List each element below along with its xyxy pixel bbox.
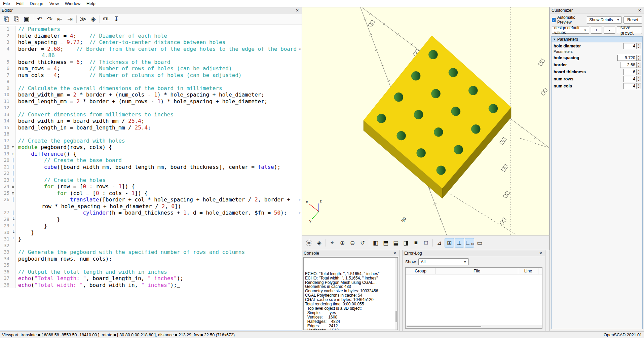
fold-marker[interactable]: ⊟ <box>11 144 16 151</box>
spin-up-icon[interactable]: ▲ <box>637 43 641 46</box>
render-button[interactable]: ◈ <box>314 238 324 248</box>
parameters-group-header[interactable]: ▼ Parameters <box>552 37 642 42</box>
fold-marker[interactable]: ⊟ <box>11 190 16 197</box>
render-button[interactable]: ◈ <box>88 14 98 24</box>
console-title-bar: Console ✕ <box>302 250 399 256</box>
close-icon[interactable]: ✕ <box>637 8 642 13</box>
show-scale-markers-button[interactable]: ∟10 <box>465 238 474 248</box>
close-icon[interactable]: ✕ <box>392 251 397 256</box>
save-preset-button[interactable]: save preset <box>617 26 642 34</box>
parameter-spinbox-num-cols[interactable]: 4▲▼ <box>623 83 641 89</box>
new-file-button[interactable]: ⎗ <box>1 14 11 24</box>
code-text: board_width_in = board_width_mm / 25.4; <box>16 118 302 124</box>
preview-button[interactable]: ≫ <box>304 238 314 248</box>
spinner-arrows[interactable]: ▲▼ <box>636 55 641 61</box>
reset-view-button[interactable]: ↺ <box>358 238 367 248</box>
spinner-arrows[interactable]: ▲▼ <box>636 43 641 49</box>
parameter-value[interactable]: 2.68 <box>620 62 636 68</box>
redo-button[interactable]: ↷ <box>45 14 55 24</box>
3d-viewport[interactable]: 50xzy <box>302 7 550 235</box>
view-top-button[interactable]: ⬒ <box>381 238 390 248</box>
save-button[interactable]: ▣ <box>22 14 32 24</box>
view-front-button[interactable]: ■ <box>411 238 421 248</box>
zoom-out-button[interactable]: ⊖ <box>348 238 357 248</box>
viewport-toolbar: ≫◈⌖⊕⊖↺◧⬒⬓◨■□⊿⊞⊥∟10▭ <box>302 235 550 250</box>
parameter-value[interactable]: 4 <box>624 43 636 49</box>
reset-button[interactable]: Reset <box>623 16 642 24</box>
scrollbar-thumb[interactable] <box>395 311 397 322</box>
menu-window[interactable]: Window <box>62 0 83 7</box>
spin-down-icon[interactable]: ▼ <box>637 58 641 61</box>
spin-down-icon[interactable]: ▼ <box>637 65 641 68</box>
view-all-button[interactable]: ▭ <box>475 238 484 248</box>
view-bottom-button[interactable]: ⬓ <box>391 238 401 248</box>
spin-down-icon[interactable]: ▼ <box>637 46 641 49</box>
parameter-spinbox-num-rows[interactable]: 4▲▼ <box>623 76 641 82</box>
fold-marker[interactable]: ⊟ <box>11 183 16 190</box>
spinner-arrows[interactable]: ▲▼ <box>636 62 641 68</box>
spin-up-icon[interactable]: ▲ <box>637 76 641 79</box>
console-line: Vertices: 1608 <box>305 315 397 320</box>
scrollbar-thumb[interactable] <box>407 326 481 327</box>
zoom-all-button[interactable]: ⌖ <box>328 238 337 248</box>
parameter-spinbox-hole-diameter[interactable]: 4▲▼ <box>623 43 641 49</box>
perspective-button[interactable]: ⊿ <box>434 238 444 248</box>
preview-button[interactable]: ≫ <box>78 14 88 24</box>
spin-up-icon[interactable]: ▲ <box>637 55 641 58</box>
spin-up-icon[interactable]: ▲ <box>637 69 641 72</box>
fold-marker[interactable]: ⊟ <box>11 151 16 157</box>
spinner-arrows[interactable]: ▲▼ <box>636 76 641 82</box>
render-scene: 50xzy <box>302 7 550 235</box>
console-output[interactable]: ECHO: "Total length: ", 1.51654, " inche… <box>303 257 398 330</box>
spin-up-icon[interactable]: ▲ <box>637 83 641 86</box>
error-log-table-body[interactable] <box>406 274 542 328</box>
spinner-arrows[interactable]: ▲▼ <box>636 69 641 75</box>
code-editor[interactable]: 1// Parameters2hole_diameter = 4; // Dia… <box>0 25 302 331</box>
parameter-value[interactable]: 4 <box>624 76 636 82</box>
column-header-group[interactable]: Group <box>406 268 436 274</box>
menu-design[interactable]: Design <box>27 0 46 7</box>
show-filter-dropdown[interactable]: All ▼ <box>418 258 469 265</box>
indent-button[interactable]: ⇥ <box>65 14 75 24</box>
console-scrollbar[interactable] <box>395 258 397 330</box>
fold-marker <box>11 65 16 72</box>
zoom-in-button[interactable]: ⊕ <box>338 238 347 248</box>
details-dropdown[interactable]: Show Details ▼ <box>587 16 622 24</box>
open-file-button[interactable]: ⎘ <box>11 14 22 24</box>
add-preset-button[interactable]: + <box>591 27 602 34</box>
send-to-printer-button[interactable]: ↧ <box>111 14 121 24</box>
error-log-hscrollbar[interactable] <box>406 325 542 328</box>
show-axes-button[interactable]: ⊥ <box>455 238 464 248</box>
column-header-line[interactable]: Line <box>518 268 538 274</box>
export-stl-button[interactable]: STL <box>101 14 111 24</box>
orthogonal-button[interactable]: ⊞ <box>445 238 454 248</box>
undo-button[interactable]: ↶ <box>35 14 45 24</box>
spinner-arrows[interactable]: ▲▼ <box>636 83 641 89</box>
menu-help[interactable]: Help <box>83 0 99 7</box>
view-back-button[interactable]: □ <box>421 238 431 248</box>
remove-preset-button[interactable]: - <box>604 27 615 34</box>
menu-edit[interactable]: Edit <box>13 0 27 7</box>
view-right-button[interactable]: ◧ <box>371 238 380 248</box>
parameter-description: Parameters <box>552 49 642 54</box>
unindent-button[interactable]: ⇤ <box>55 14 65 24</box>
spin-up-icon[interactable]: ▲ <box>637 62 641 65</box>
close-icon[interactable]: ✕ <box>295 8 300 13</box>
menu-view[interactable]: View <box>46 0 62 7</box>
spin-down-icon[interactable]: ▼ <box>637 79 641 82</box>
column-header-file[interactable]: File <box>436 268 518 274</box>
spin-down-icon[interactable]: ▼ <box>637 86 641 89</box>
close-icon[interactable]: ✕ <box>538 251 543 256</box>
parameter-value[interactable]: 9.720 <box>618 55 636 61</box>
parameter-spinbox-hole-spacing[interactable]: 9.720▲▼ <box>617 55 641 61</box>
parameter-value[interactable]: 6 <box>624 69 636 75</box>
parameter-spinbox-board-thickness[interactable]: 6▲▼ <box>623 69 641 75</box>
spin-down-icon[interactable]: ▼ <box>637 72 641 75</box>
automatic-preview-checkbox[interactable]: ✓ <box>552 18 556 22</box>
preset-dropdown[interactable]: design default values ▼ <box>552 27 589 34</box>
parameter-value[interactable]: 4 <box>624 83 636 89</box>
line-number: 29 <box>0 223 11 229</box>
parameter-spinbox-border[interactable]: 2.68▲▼ <box>620 62 641 68</box>
menu-file[interactable]: File <box>0 0 13 7</box>
view-left-button[interactable]: ◨ <box>401 238 411 248</box>
